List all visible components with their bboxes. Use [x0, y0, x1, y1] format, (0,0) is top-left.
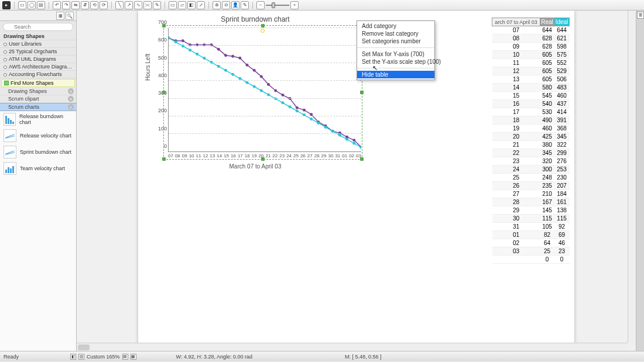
tool-curve[interactable]: ∿: [134, 1, 142, 9]
tool-select[interactable]: ▸: [2, 1, 11, 9]
table-row: 07644644: [492, 26, 570, 35]
search-input[interactable]: [3, 23, 73, 31]
close-icon[interactable]: ×: [68, 96, 74, 102]
zoom-out-icon[interactable]: ⊖: [222, 1, 230, 9]
status-ready: Ready: [4, 354, 19, 360]
tool-align-2[interactable]: ▱: [178, 1, 186, 9]
tool-pen[interactable]: ✎: [153, 1, 161, 9]
vertical-scrollbar[interactable]: [628, 11, 636, 343]
tool-line[interactable]: ╲: [115, 1, 124, 9]
subgroup-scrum-clipart[interactable]: Scrum clipart×: [0, 95, 76, 103]
svg-point-38: [238, 77, 241, 80]
right-panel-collapsed: ☰: [636, 11, 644, 351]
tool-undo[interactable]: ↶: [53, 1, 61, 9]
svg-point-32: [196, 53, 198, 56]
lib-accounting[interactable]: Accounting Flowcharts: [0, 71, 76, 78]
user-icon[interactable]: 👤: [231, 1, 239, 9]
y-axis-ticks: 0100200300400500600700: [153, 28, 168, 152]
tab-search-icon[interactable]: 🔍: [66, 12, 74, 20]
zoom-plus[interactable]: +: [290, 1, 299, 9]
subgroup-drawing-shapes[interactable]: Drawing Shapes×: [0, 88, 76, 95]
thumb-team-velocity[interactable]: Team velocity chart: [0, 160, 76, 177]
tool-redo[interactable]: ↷: [62, 1, 70, 9]
panel-collapse-icon[interactable]: ☰: [637, 12, 644, 19]
tool-ellipse[interactable]: ◯: [28, 1, 36, 9]
chart-object[interactable]: Sprint burndown chart Hours Left 0100200…: [147, 15, 364, 173]
svg-point-49: [317, 122, 320, 125]
thumb-release-burndown[interactable]: Release burndown chart: [0, 111, 76, 127]
ctx-set-max-y[interactable]: Set Max for Y-axis (700): [357, 50, 434, 58]
table-row: 12605529: [492, 67, 570, 75]
ctx-hide-table[interactable]: Hide table: [357, 71, 434, 78]
zoom-slider[interactable]: [266, 5, 289, 6]
svg-point-37: [231, 73, 234, 76]
svg-point-7: [217, 48, 220, 51]
tool-connector[interactable]: ▤: [37, 1, 45, 9]
zoom-minus[interactable]: −: [256, 1, 265, 9]
svg-point-8: [224, 54, 227, 57]
lib-user[interactable]: User Libraries: [0, 40, 76, 48]
table-row: 27210184: [492, 190, 570, 198]
close-icon[interactable]: ×: [68, 88, 74, 94]
tool-align-4[interactable]: ⤢: [197, 1, 205, 9]
tool-flip-v[interactable]: ⇵: [81, 1, 89, 9]
svg-point-52: [338, 134, 341, 137]
context-menu: Add category Remove last category Set ca…: [357, 20, 435, 80]
svg-point-10: [238, 57, 241, 60]
zoom-btn-2[interactable]: ▥: [78, 354, 84, 360]
chart-title: Sprint burndown chart: [147, 15, 364, 23]
horizontal-scrollbar[interactable]: [77, 343, 628, 351]
table-row: 08628621: [492, 35, 570, 43]
zoom-btn-1[interactable]: ◧: [70, 354, 76, 360]
status-zoom: Custom 165%: [87, 354, 120, 360]
tool-align-3[interactable]: ◧: [187, 1, 196, 9]
zoom-btn-4[interactable]: ▦: [131, 354, 136, 360]
close-icon[interactable]: ×: [68, 104, 74, 110]
table-row: 24300253: [492, 166, 570, 174]
zoom-btn-3[interactable]: ▤: [122, 354, 128, 360]
tool-flip-h[interactable]: ⇋: [71, 1, 80, 9]
tool-rotate-r[interactable]: ⟳: [100, 1, 108, 9]
lib-aws[interactable]: AWS Architecture Diagrams: [0, 63, 76, 71]
tab-grid-icon[interactable]: ⊞: [56, 12, 64, 20]
svg-point-12: [253, 69, 256, 72]
table-row: 16540437: [492, 100, 570, 108]
thumb-sprint-burndown[interactable]: Sprint burndown chart: [0, 144, 76, 160]
tool-align-1[interactable]: ▭: [169, 1, 177, 9]
table-header-real: Real: [540, 18, 554, 26]
table-row: 09628598: [492, 43, 570, 51]
svg-point-42: [267, 93, 270, 96]
svg-point-36: [224, 69, 227, 72]
table-row: 20425345: [492, 133, 570, 141]
lib-drawing-shapes[interactable]: Drawing Shapes: [0, 33, 76, 40]
svg-point-16: [281, 94, 284, 96]
ctx-set-count[interactable]: Set categories number: [357, 37, 434, 45]
ctx-remove-last[interactable]: Remove last category: [357, 30, 434, 37]
lib-uml[interactable]: ATM UML Diagrams: [0, 56, 76, 63]
svg-point-33: [203, 57, 205, 60]
svg-point-51: [331, 130, 334, 133]
svg-point-48: [310, 118, 313, 120]
lib-orgcharts[interactable]: 25 Typical Orgcharts: [0, 48, 76, 56]
chart-data-table: arch 07 to April 03 Real Ideal 076446440…: [492, 18, 570, 264]
tool-polyline[interactable]: ⩙: [143, 1, 152, 9]
ctx-add-category[interactable]: Add category: [357, 22, 434, 30]
table-row: 30115115: [492, 215, 570, 223]
table-row: 28167161: [492, 198, 570, 206]
tool-rect[interactable]: ▭: [18, 1, 26, 9]
ctx-set-step-y[interactable]: Set the Y-axis scale step (100): [357, 58, 434, 65]
find-more-shapes[interactable]: Find More Shapes: [1, 79, 75, 87]
svg-point-45: [289, 105, 292, 108]
svg-point-15: [274, 89, 277, 92]
tool-arrow[interactable]: ↗: [125, 1, 133, 9]
svg-point-29: [174, 40, 177, 43]
canvas-area[interactable]: Sprint burndown chart Hours Left 0100200…: [77, 11, 636, 351]
pencil-icon[interactable]: ✎: [241, 1, 249, 9]
svg-point-14: [267, 83, 270, 86]
thumb-release-velocity[interactable]: Release velocity chart: [0, 127, 76, 144]
tool-rotate-l[interactable]: ⟲: [90, 1, 98, 9]
zoom-in-icon[interactable]: ⊕: [213, 1, 221, 9]
table-row: 25248230: [492, 174, 570, 182]
table-row: 15545460: [492, 92, 570, 100]
subgroup-scrum-charts[interactable]: Scrum charts×: [0, 103, 76, 111]
